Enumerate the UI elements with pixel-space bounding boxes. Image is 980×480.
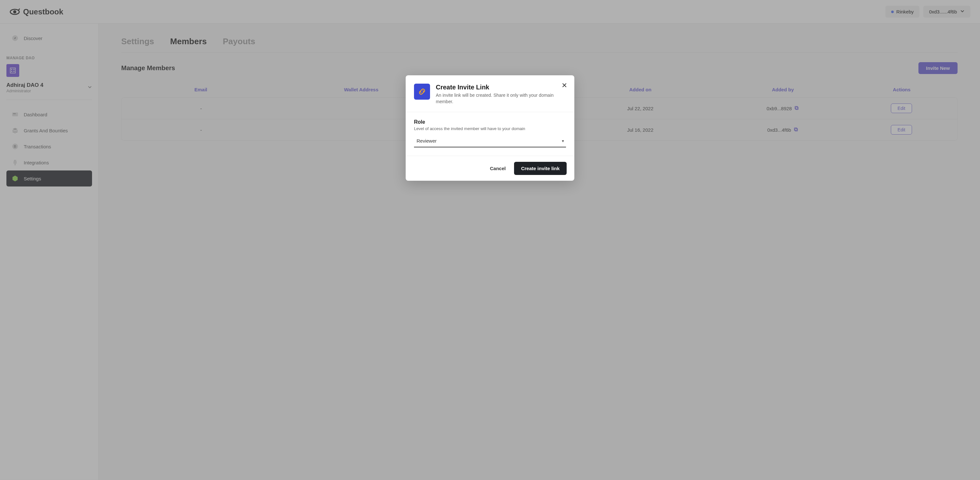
modal-title: Create Invite Link (436, 84, 566, 91)
link-icon (414, 84, 430, 100)
create-invite-button[interactable]: Create invite link (514, 162, 566, 175)
field-label: Role (414, 119, 566, 125)
dropdown-value: Reviewer (417, 138, 437, 144)
modal-body: Role Level of access the invited member … (406, 112, 574, 156)
close-icon[interactable] (562, 82, 567, 90)
cancel-button[interactable]: Cancel (490, 166, 506, 171)
role-dropdown[interactable]: Reviewer ▼ (414, 136, 566, 147)
modal-overlay[interactable]: Create Invite Link An invite link will b… (0, 0, 980, 480)
field-description: Level of access the invited member will … (414, 126, 566, 131)
invite-modal: Create Invite Link An invite link will b… (406, 75, 574, 181)
modal-footer: Cancel Create invite link (406, 156, 574, 181)
modal-subtitle: An invite link will be created. Share it… (436, 92, 566, 105)
modal-header: Create Invite Link An invite link will b… (406, 75, 574, 112)
caret-down-icon: ▼ (561, 139, 565, 143)
